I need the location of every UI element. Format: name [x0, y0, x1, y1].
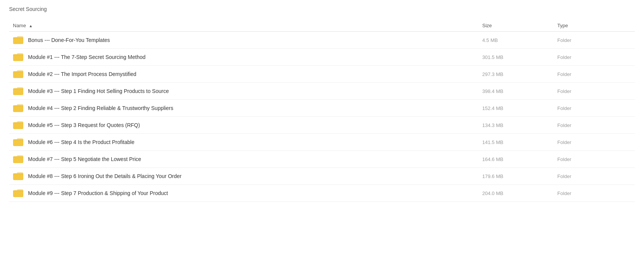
svg-rect-2 — [13, 71, 23, 78]
svg-rect-6 — [13, 139, 23, 146]
svg-rect-3 — [13, 88, 23, 95]
file-name-cell: Bonus --- Done-For-You Templates — [9, 32, 479, 49]
table-row[interactable]: Module #1 --- The 7-Step Secret Sourcing… — [9, 49, 635, 66]
file-type-cell: Folder — [554, 100, 635, 117]
file-name-label: Bonus --- Done-For-You Templates — [28, 37, 110, 43]
folder-icon — [13, 53, 23, 62]
file-name-label: Module #2 --- The Import Process Demysti… — [28, 71, 136, 77]
file-name-cell: Module #5 --- Step 3 Request for Quotes … — [9, 117, 479, 134]
file-name-label: Module #7 --- Step 5 Negotiate the Lowes… — [28, 156, 141, 162]
file-name-label: Module #1 --- The 7-Step Secret Sourcing… — [28, 54, 145, 60]
folder-icon — [13, 121, 23, 130]
svg-rect-1 — [13, 54, 23, 61]
table-row[interactable]: Bonus --- Done-For-You Templates4.5 MBFo… — [9, 32, 635, 49]
file-name-cell: Module #2 --- The Import Process Demysti… — [9, 66, 479, 83]
file-size-cell: 297.3 MB — [479, 66, 554, 83]
table-row[interactable]: Module #2 --- The Import Process Demysti… — [9, 66, 635, 83]
file-type-cell: Folder — [554, 134, 635, 151]
file-size-cell: 152.4 MB — [479, 100, 554, 117]
file-type-cell: Folder — [554, 49, 635, 66]
file-name-cell: Module #9 --- Step 7 Production & Shippi… — [9, 185, 479, 202]
file-size-cell: 301.5 MB — [479, 49, 554, 66]
column-header-type[interactable]: Type — [554, 20, 635, 32]
file-table: Name ▲ Size Type Bonus --- Done-For-You … — [9, 20, 635, 202]
file-name-label: Module #9 --- Step 7 Production & Shippi… — [28, 190, 168, 196]
file-name-label: Module #8 --- Step 6 Ironing Out the Det… — [28, 173, 181, 179]
page-title: Secret Sourcing — [9, 6, 635, 12]
file-name-cell: Module #1 --- The 7-Step Secret Sourcing… — [9, 49, 479, 66]
svg-rect-7 — [13, 156, 23, 163]
table-row[interactable]: Module #9 --- Step 7 Production & Shippi… — [9, 185, 635, 202]
svg-rect-8 — [13, 173, 23, 180]
table-row[interactable]: Module #6 --- Step 4 Is the Product Prof… — [9, 134, 635, 151]
file-name-cell: Module #7 --- Step 5 Negotiate the Lowes… — [9, 151, 479, 168]
folder-icon — [13, 172, 23, 181]
file-name-cell: Module #4 --- Step 2 Finding Reliable & … — [9, 100, 479, 117]
svg-rect-0 — [13, 37, 23, 44]
file-size-cell: 179.6 MB — [479, 168, 554, 185]
table-row[interactable]: Module #3 --- Step 1 Finding Hot Selling… — [9, 83, 635, 100]
svg-rect-4 — [13, 105, 23, 112]
file-size-cell: 134.3 MB — [479, 117, 554, 134]
file-name-cell: Module #8 --- Step 6 Ironing Out the Det… — [9, 168, 479, 185]
svg-rect-5 — [13, 122, 23, 129]
file-size-cell: 164.6 MB — [479, 151, 554, 168]
table-row[interactable]: Module #5 --- Step 3 Request for Quotes … — [9, 117, 635, 134]
table-row[interactable]: Module #4 --- Step 2 Finding Reliable & … — [9, 100, 635, 117]
folder-icon — [13, 87, 23, 96]
folder-icon — [13, 155, 23, 164]
file-type-cell: Folder — [554, 151, 635, 168]
file-type-cell: Folder — [554, 185, 635, 202]
file-name-label: Module #6 --- Step 4 Is the Product Prof… — [28, 139, 134, 145]
file-size-cell: 398.4 MB — [479, 83, 554, 100]
table-header-row: Name ▲ Size Type — [9, 20, 635, 32]
column-header-size[interactable]: Size — [479, 20, 554, 32]
svg-rect-9 — [13, 190, 23, 197]
folder-icon — [13, 138, 23, 147]
file-name-cell: Module #6 --- Step 4 Is the Product Prof… — [9, 134, 479, 151]
folder-icon — [13, 104, 23, 113]
file-type-cell: Folder — [554, 117, 635, 134]
folder-icon — [13, 70, 23, 79]
file-type-cell: Folder — [554, 32, 635, 49]
table-row[interactable]: Module #8 --- Step 6 Ironing Out the Det… — [9, 168, 635, 185]
folder-icon — [13, 189, 23, 198]
sort-arrow-icon: ▲ — [29, 24, 33, 28]
table-row[interactable]: Module #7 --- Step 5 Negotiate the Lowes… — [9, 151, 635, 168]
column-header-name[interactable]: Name ▲ — [9, 20, 479, 32]
file-type-cell: Folder — [554, 83, 635, 100]
file-name-label: Module #3 --- Step 1 Finding Hot Selling… — [28, 88, 169, 94]
file-size-cell: 141.5 MB — [479, 134, 554, 151]
file-size-cell: 4.5 MB — [479, 32, 554, 49]
file-type-cell: Folder — [554, 66, 635, 83]
file-size-cell: 204.0 MB — [479, 185, 554, 202]
file-name-label: Module #5 --- Step 3 Request for Quotes … — [28, 122, 140, 128]
file-name-label: Module #4 --- Step 2 Finding Reliable & … — [28, 105, 173, 111]
folder-icon — [13, 36, 23, 45]
file-name-cell: Module #3 --- Step 1 Finding Hot Selling… — [9, 83, 479, 100]
file-type-cell: Folder — [554, 168, 635, 185]
